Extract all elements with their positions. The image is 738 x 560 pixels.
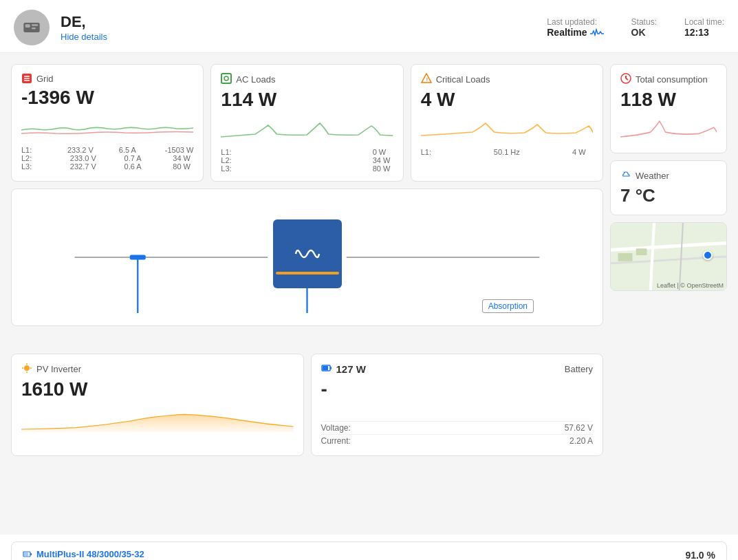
- device-name: MultiPlus-II 48/3000/35-32: [36, 549, 144, 559]
- grid-chart: [21, 113, 193, 140]
- grid-l1-v: 233.2 V: [67, 146, 94, 154]
- ac-loads-icon: [221, 73, 232, 86]
- total-chart: [620, 115, 717, 139]
- grid-l2-w: 34 W: [173, 154, 193, 162]
- ac-l3-row: L3: 80 W: [221, 164, 393, 173]
- ac-loads-header: AC Loads: [221, 73, 393, 86]
- header: DE, Hide details Last updated: Realtime …: [0, 0, 738, 53]
- grid-l3-w: 80 W: [173, 162, 193, 171]
- inverter-logo: [283, 237, 332, 271]
- svg-rect-0: [23, 23, 39, 32]
- total-consumption-header: Total consumption: [620, 73, 717, 86]
- status-value: OK: [631, 27, 657, 38]
- pv-inverter-card: PV Inverter 1610 W: [11, 354, 304, 456]
- status-label: Status:: [631, 17, 657, 27]
- grid-card: Grid -1396 W: [11, 64, 204, 182]
- map-location-dot: [703, 250, 713, 260]
- local-time-value: 12:13: [684, 27, 724, 38]
- critical-loads-details: L1: 50.1 Hz 4 W: [421, 148, 593, 156]
- multiplus-icon: [23, 550, 32, 559]
- critical-l1-row: L1: 50.1 Hz 4 W: [421, 148, 593, 156]
- battery-current-label: Current:: [321, 436, 351, 446]
- svg-rect-8: [221, 74, 231, 83]
- svg-rect-26: [323, 366, 328, 370]
- critical-loads-icon: !: [421, 73, 432, 86]
- inverter-bar: [276, 272, 339, 274]
- main-content: Grid -1396 W: [0, 53, 738, 535]
- ac-l1-row: L1: 0 W: [221, 148, 393, 156]
- grid-value: -1396 W: [21, 87, 193, 109]
- pv-chart: [21, 405, 294, 439]
- last-updated-value: Realtime: [547, 27, 603, 38]
- page: DE, Hide details Last updated: Realtime …: [0, 0, 738, 560]
- critical-loads-card: ! Critical Loads 4 W L1:: [411, 64, 603, 182]
- ac-loads-title: AC Loads: [236, 74, 275, 85]
- grid-l3-a: 0.6 A: [124, 162, 145, 171]
- ac-l1-w: 0 W: [373, 148, 393, 156]
- battery-current-row: Current: 2.20 A: [321, 434, 594, 447]
- ac-loads-details: L1: 0 W L2: 34 W L3: 80 W: [221, 148, 393, 173]
- battery-card: 127 W Battery - Voltage: 57.62 V Current…: [311, 354, 604, 456]
- svg-rect-16: [130, 255, 146, 259]
- charge-percentage: 91.0 %: [685, 550, 715, 560]
- hide-details-link[interactable]: Hide details: [61, 32, 107, 42]
- inverter-box: [273, 219, 342, 288]
- grid-l3-row: L3: 232.7 V 0.6 A 80 W: [21, 162, 193, 171]
- pv-inverter-title: PV Inverter: [36, 364, 81, 374]
- grid-l3-v: 232.7 V: [70, 162, 96, 171]
- grid-l2-a: 0.7 A: [124, 154, 145, 162]
- total-icon: [620, 73, 631, 86]
- top-cards-row: Grid -1396 W: [11, 64, 603, 182]
- left-column: Grid -1396 W: [11, 64, 603, 524]
- status-item: Status: OK: [631, 17, 657, 38]
- grid-l2-v: 233.0 V: [70, 154, 96, 162]
- grid-card-header: Grid: [21, 73, 193, 84]
- svg-rect-2: [32, 24, 38, 25]
- critical-loads-value: 4 W: [421, 89, 593, 111]
- last-updated-label: Last updated:: [547, 17, 603, 27]
- battery-voltage-label: Voltage:: [321, 423, 351, 433]
- total-value: 118 W: [620, 89, 717, 111]
- total-title: Total consumption: [636, 74, 708, 85]
- battery-power: 127 W: [336, 363, 366, 375]
- svg-point-19: [24, 365, 30, 371]
- status-bar-right: 91.0 % Charging: [679, 550, 715, 560]
- svg-rect-1: [25, 24, 30, 28]
- grid-l1-w: -1503 W: [165, 146, 194, 154]
- header-meta: Last updated: Realtime Status: OK Local …: [547, 17, 724, 38]
- page-title: DE,: [61, 13, 536, 31]
- pv-icon: [21, 363, 32, 376]
- svg-rect-25: [330, 367, 332, 369]
- weather-title: Weather: [636, 171, 669, 181]
- weather-card: Weather 7 °C: [610, 160, 727, 215]
- battery-details: Voltage: 57.62 V Current: 2.20 A: [321, 421, 594, 447]
- svg-rect-35: [24, 552, 28, 556]
- diagram-area: Absorption: [11, 189, 603, 340]
- battery-current: -: [321, 378, 594, 400]
- grid-icon: [21, 73, 32, 84]
- last-updated-item: Last updated: Realtime: [547, 17, 603, 38]
- realtime-wave-icon: [590, 28, 604, 36]
- device-title: MultiPlus-II 48/3000/35-32: [23, 549, 144, 559]
- svg-point-9: [224, 76, 228, 80]
- grid-l1-row: L1: 233.2 V 6.5 A -1503 W: [21, 146, 193, 154]
- svg-rect-31: [618, 253, 633, 261]
- status-bar-left: MultiPlus-II 48/3000/35-32 57.62 V 2.20 …: [23, 549, 144, 560]
- critical-l1-w: 4 W: [572, 148, 593, 156]
- ac-l3-w: 80 W: [373, 164, 393, 173]
- title-block: DE, Hide details: [61, 13, 536, 42]
- battery-voltage-value: 57.62 V: [565, 423, 593, 433]
- flow-container: Absorption: [11, 189, 603, 326]
- ac-l2-row: L2: 34 W: [221, 156, 393, 164]
- svg-line-29: [626, 78, 628, 80]
- ac-loads-value: 114 W: [221, 89, 393, 111]
- map-card[interactable]: Leaflet | © OpenStreetM: [610, 222, 727, 291]
- svg-text:!: !: [426, 76, 428, 83]
- pv-inverter-value: 1610 W: [21, 378, 294, 400]
- device-icon: [22, 18, 41, 37]
- local-time-label: Local time:: [684, 17, 724, 27]
- critical-l1-hz: 50.1 Hz: [494, 148, 520, 156]
- svg-rect-3: [32, 28, 36, 29]
- total-consumption-card: Total consumption 118 W: [610, 64, 727, 153]
- local-time-item: Local time: 12:13: [684, 17, 724, 38]
